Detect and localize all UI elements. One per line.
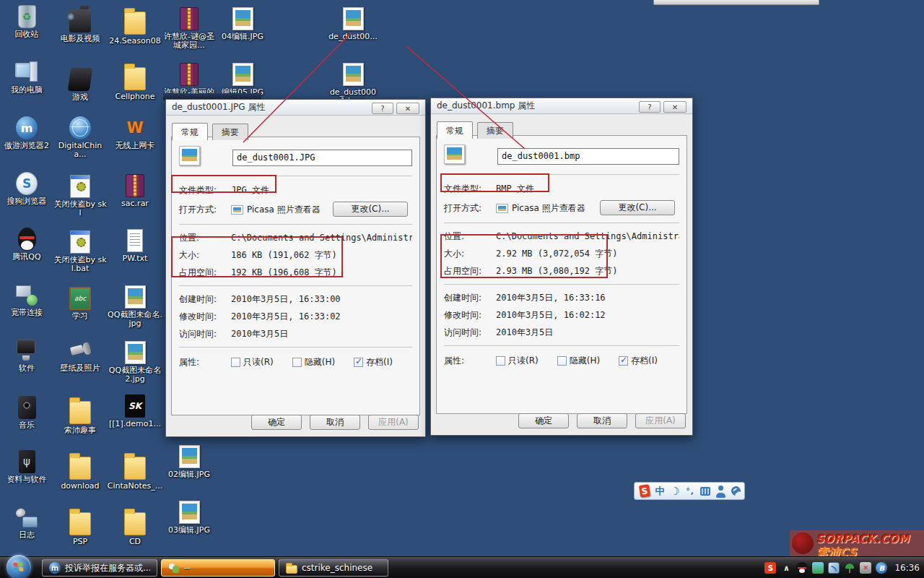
tab-general[interactable]: 常规 bbox=[172, 123, 208, 140]
language-bar-icon[interactable] bbox=[715, 485, 725, 498]
ok-button[interactable]: 确定 bbox=[518, 413, 569, 428]
desktop-icon-label: de_dust00... bbox=[328, 33, 378, 41]
language-bar-icon[interactable] bbox=[731, 485, 741, 498]
desktop-icon[interactable]: PW.txt bbox=[107, 225, 163, 281]
close-button[interactable]: ✕ bbox=[396, 103, 419, 114]
tray-icon[interactable] bbox=[828, 562, 840, 574]
desktop-icon[interactable]: 回收站 bbox=[0, 3, 53, 59]
taskbar-button-folder[interactable]: cstrike_schinese bbox=[279, 559, 388, 577]
created-label: 创建时间: bbox=[179, 293, 231, 306]
ok-button[interactable]: 确定 bbox=[251, 415, 302, 430]
filename-input[interactable] bbox=[497, 148, 679, 165]
desktop-icon[interactable]: [[1].demo1... bbox=[107, 392, 163, 448]
accessed-value: 2010年3月5日 bbox=[496, 327, 553, 339]
desktop-icon[interactable]: PSP bbox=[53, 504, 107, 559]
filename-input[interactable] bbox=[232, 150, 412, 166]
desktop-icon-label: 我的电脑 bbox=[11, 86, 43, 95]
desktop-icon[interactable]: 索沛趣事 bbox=[53, 392, 107, 448]
desktop-icon[interactable]: 傲游浏览器2 bbox=[0, 114, 53, 170]
tray-icon[interactable] bbox=[780, 562, 792, 574]
tray-icon[interactable] bbox=[764, 562, 776, 574]
desktop-icon-label: 学习 bbox=[72, 312, 88, 321]
desktop-icon-column-4-bottom: 02编辑.JPG 03编辑.JPG bbox=[163, 441, 215, 552]
desktop-icon-glyph bbox=[179, 445, 200, 468]
tab-summary[interactable]: 摘要 bbox=[477, 122, 513, 139]
desktop-icon-label: [[1].demo1... bbox=[109, 420, 161, 428]
apply-button[interactable]: 应用(A) bbox=[635, 413, 686, 428]
tab-summary[interactable]: 摘要 bbox=[212, 124, 248, 140]
desktop-icon-label: PW.txt bbox=[123, 254, 148, 263]
tray-icon[interactable] bbox=[796, 562, 808, 574]
desktop-icon-glyph bbox=[343, 63, 364, 86]
size-label: 大小: bbox=[444, 248, 496, 260]
change-button[interactable]: 更改(C)... bbox=[600, 200, 675, 215]
desktop-icon[interactable]: 关闭侠盗by skl.bat bbox=[53, 225, 107, 281]
desktop-icon[interactable]: 资料与软件 bbox=[0, 448, 53, 504]
background-window-edge bbox=[653, 0, 819, 5]
desktop-icon[interactable]: 24.Season08 bbox=[107, 3, 163, 59]
desktop-icon[interactable]: de_dust00... bbox=[326, 3, 380, 59]
desktop-icon[interactable]: 我的电脑 bbox=[0, 59, 53, 114]
desktop-icon-label: 资料与软件 bbox=[7, 475, 47, 484]
cancel-button[interactable]: 取消 bbox=[577, 413, 627, 428]
desktop-icon[interactable]: 许慧欣-谜@圣城家园... bbox=[163, 3, 215, 59]
desktop-icon[interactable]: 宽带连接 bbox=[0, 281, 53, 337]
hidden-checkbox[interactable] bbox=[557, 356, 567, 366]
dialog-title: de_dust0001.JPG 属性 bbox=[172, 101, 265, 113]
desktop-icon[interactable]: 壁纸及照片 bbox=[53, 337, 107, 392]
desktop-icon[interactable]: 日志 bbox=[0, 504, 53, 559]
language-bar-icon[interactable]: 中 bbox=[655, 485, 665, 498]
desktop-icon[interactable]: download bbox=[53, 448, 107, 504]
taskbar-button-qq-chat[interactable]: -- bbox=[161, 559, 275, 577]
desktop-icon[interactable]: 03编辑.JPG bbox=[163, 496, 215, 552]
help-button[interactable]: ? bbox=[372, 103, 393, 114]
archive-checkbox[interactable] bbox=[619, 356, 628, 366]
tray-icon[interactable] bbox=[876, 562, 887, 574]
tray-icon[interactable] bbox=[844, 562, 855, 574]
hidden-checkbox[interactable] bbox=[292, 358, 302, 367]
desktop-icon[interactable]: DigitalChina... bbox=[53, 114, 107, 170]
desktop-icon[interactable]: 无线上网卡 bbox=[107, 114, 163, 170]
desktop-icon[interactable]: CintaNotes_... bbox=[107, 448, 163, 504]
watermark-banner: SORPACK.COM 索沛CS bbox=[790, 530, 924, 557]
desktop-icon[interactable]: Cellphone bbox=[107, 59, 163, 114]
cancel-button[interactable]: 取消 bbox=[310, 415, 360, 430]
desktop-icon[interactable]: QQ截图未命名.jpg bbox=[107, 281, 163, 337]
language-bar-icon[interactable]: °, bbox=[685, 485, 695, 498]
desktop-icon[interactable]: 学习 bbox=[53, 281, 107, 337]
desktop-icon[interactable]: 音乐 bbox=[0, 392, 53, 448]
desktop-icon[interactable]: 腾讯QQ bbox=[0, 225, 53, 281]
close-button[interactable]: ✕ bbox=[663, 101, 687, 113]
desktop-icon[interactable]: 游戏 bbox=[53, 59, 107, 114]
desktop-icon[interactable]: 关闭侠盗by skl bbox=[53, 170, 107, 225]
modified-label: 修改时间: bbox=[444, 309, 496, 322]
archive-checkbox[interactable] bbox=[354, 358, 363, 367]
start-button[interactable] bbox=[6, 555, 31, 578]
desktop-icon[interactable]: 02编辑.JPG bbox=[163, 441, 215, 496]
taskbar-button-maxthon[interactable]: 投诉举报在服务器或... bbox=[42, 559, 157, 577]
desktop-icon-label: CD bbox=[129, 538, 141, 546]
separator bbox=[179, 176, 412, 176]
tray-icon[interactable] bbox=[812, 562, 824, 574]
readonly-checkbox[interactable] bbox=[496, 356, 505, 366]
tab-general[interactable]: 常规 bbox=[437, 121, 473, 139]
desktop-icon[interactable]: sac.rar bbox=[107, 170, 163, 225]
desktop-icon[interactable]: 04编辑.JPG bbox=[218, 3, 267, 59]
apply-button[interactable]: 应用(A) bbox=[368, 415, 419, 430]
desktop-icon[interactable]: CD bbox=[107, 504, 163, 559]
change-button[interactable]: 更改(C)... bbox=[333, 202, 408, 217]
desktop-icon-label: 回收站 bbox=[15, 30, 39, 39]
language-bar-icon[interactable]: ☽ bbox=[670, 485, 680, 498]
desktop-icon-label: 电影及视频 bbox=[61, 35, 100, 43]
desktop-icon[interactable]: 搜狗浏览器 bbox=[0, 170, 53, 225]
desktop-icon[interactable]: 电影及视频 bbox=[53, 3, 107, 59]
tray-icon[interactable] bbox=[860, 562, 871, 574]
maxthon-icon bbox=[49, 562, 61, 574]
help-button[interactable]: ? bbox=[639, 101, 661, 113]
desktop-icon-glyph bbox=[69, 401, 91, 424]
desktop-icon[interactable]: 软件 bbox=[0, 337, 53, 392]
readonly-checkbox[interactable] bbox=[231, 358, 240, 367]
desktop-icon[interactable]: QQ截图未命名2.jpg bbox=[107, 337, 163, 392]
language-bar-icon[interactable]: S bbox=[639, 484, 650, 498]
language-bar-icon[interactable] bbox=[700, 487, 710, 496]
